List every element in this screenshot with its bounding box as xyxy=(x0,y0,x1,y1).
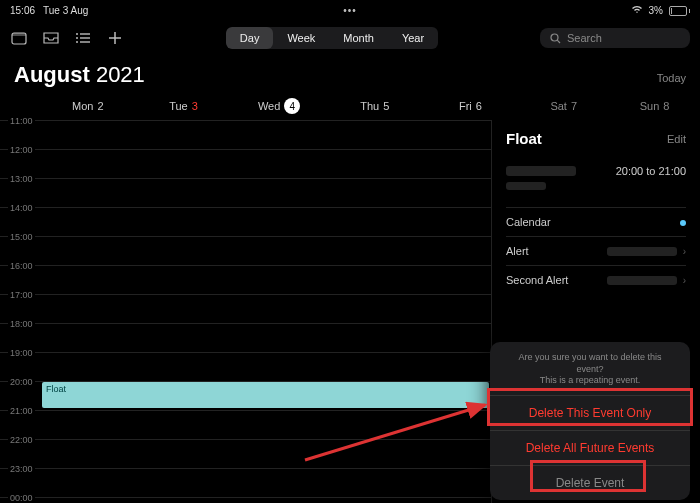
hour-row: 18:00 xyxy=(0,323,491,353)
search-placeholder: Search xyxy=(567,32,602,44)
hour-row: 13:00 xyxy=(0,178,491,208)
svg-point-6 xyxy=(76,41,78,43)
hour-label: 00:00 xyxy=(8,493,35,503)
hour-label: 19:00 xyxy=(8,348,35,358)
day-tue[interactable]: Tue3 xyxy=(136,98,232,114)
hour-label: 14:00 xyxy=(8,203,35,213)
delete-future-button[interactable]: Delete All Future Events xyxy=(490,430,690,465)
svg-point-4 xyxy=(76,37,78,39)
search-icon xyxy=(550,33,561,44)
alert-row[interactable]: Alert › xyxy=(506,236,686,265)
hour-label: 16:00 xyxy=(8,261,35,271)
hour-label: 11:00 xyxy=(8,116,35,126)
today-button[interactable]: Today xyxy=(657,72,686,84)
hour-row: 12:00 xyxy=(0,149,491,179)
title-row: August 2021 Today xyxy=(0,58,700,94)
hour-row: 21:00 xyxy=(0,410,491,440)
day-wed[interactable]: Wed4 xyxy=(231,98,327,114)
hour-row: 16:00 xyxy=(0,265,491,295)
view-year-button[interactable]: Year xyxy=(388,27,438,49)
svg-rect-5 xyxy=(80,37,90,38)
battery-percent: 3% xyxy=(649,5,663,16)
svg-point-2 xyxy=(76,33,78,35)
chevron-right-icon: › xyxy=(683,275,686,286)
dialog-message: Are you sure you want to delete this eve… xyxy=(490,352,690,395)
calendar-color-dot xyxy=(680,220,686,226)
month-title: August 2021 xyxy=(14,62,145,88)
hour-label: 13:00 xyxy=(8,174,35,184)
inbox-icon[interactable] xyxy=(42,31,60,45)
battery-icon xyxy=(669,6,690,16)
add-icon[interactable] xyxy=(106,31,124,45)
list-icon[interactable] xyxy=(74,31,92,45)
status-date: Tue 3 Aug xyxy=(43,5,88,16)
hour-label: 23:00 xyxy=(8,464,35,474)
wifi-icon xyxy=(631,5,643,16)
toolbar: Day Week Month Year Search xyxy=(0,18,700,58)
calendar-today-icon[interactable] xyxy=(10,31,28,45)
svg-rect-1 xyxy=(12,33,26,36)
event-time-range: 20:00 to 21:00 xyxy=(616,165,686,177)
svg-line-9 xyxy=(557,40,560,43)
hour-row: 22:00 xyxy=(0,439,491,469)
hour-row: 14:00 xyxy=(0,207,491,237)
search-field[interactable]: Search xyxy=(540,28,690,48)
svg-rect-3 xyxy=(80,33,90,34)
hour-label: 17:00 xyxy=(8,290,35,300)
day-fri[interactable]: Fri6 xyxy=(423,98,519,114)
hour-row: 11:00 xyxy=(0,120,491,150)
view-day-button[interactable]: Day xyxy=(226,27,274,49)
svg-point-8 xyxy=(551,34,558,41)
hour-label: 18:00 xyxy=(8,319,35,329)
hour-grid[interactable]: 11:0012:0013:0014:0015:0016:0017:0018:00… xyxy=(0,120,492,503)
day-thu[interactable]: Thu5 xyxy=(327,98,423,114)
delete-event-button[interactable]: Delete Event xyxy=(490,465,690,500)
redacted-location xyxy=(506,165,576,193)
chevron-right-icon: › xyxy=(683,246,686,257)
hour-label: 21:00 xyxy=(8,406,35,416)
event-float[interactable]: Float xyxy=(42,382,489,408)
hour-row: 15:00 xyxy=(0,236,491,266)
delete-confirmation-dialog: Are you sure you want to delete this eve… xyxy=(490,342,690,500)
svg-rect-7 xyxy=(80,41,90,42)
multitask-dots[interactable]: ••• xyxy=(343,5,357,16)
hour-label: 15:00 xyxy=(8,232,35,242)
edit-button[interactable]: Edit xyxy=(667,133,686,145)
view-segmented-control: Day Week Month Year xyxy=(226,27,438,49)
hour-label: 22:00 xyxy=(8,435,35,445)
view-month-button[interactable]: Month xyxy=(329,27,388,49)
hour-row: 00:00 xyxy=(0,497,491,503)
hour-row: 23:00 xyxy=(0,468,491,498)
day-sun[interactable]: Sun8 xyxy=(609,98,700,114)
hour-label: 12:00 xyxy=(8,145,35,155)
second-alert-row[interactable]: Second Alert › xyxy=(506,265,686,294)
delete-this-only-button[interactable]: Delete This Event Only xyxy=(490,395,690,430)
day-mon[interactable]: Mon2 xyxy=(40,98,136,114)
day-sat[interactable]: Sat7 xyxy=(518,98,609,114)
hour-row: 17:00 xyxy=(0,294,491,324)
hour-row: 19:00 xyxy=(0,352,491,382)
calendar-row[interactable]: Calendar xyxy=(506,207,686,236)
view-week-button[interactable]: Week xyxy=(273,27,329,49)
status-bar: 15:06 Tue 3 Aug ••• 3% xyxy=(0,0,700,18)
event-title: Float xyxy=(506,130,542,147)
status-time: 15:06 xyxy=(10,5,35,16)
week-header: Mon2 Tue3 Wed4 Thu5 Fri6 Sat7 Sun8 xyxy=(0,94,700,120)
hour-label: 20:00 xyxy=(8,377,35,387)
